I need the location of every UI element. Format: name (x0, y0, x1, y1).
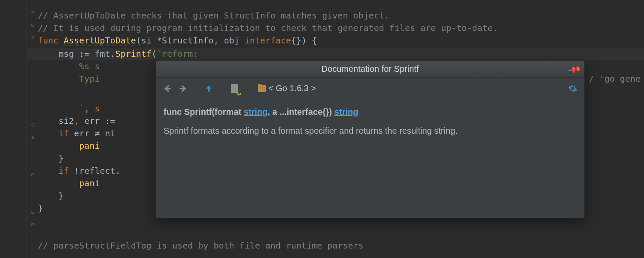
text: !reflect. (69, 166, 120, 176)
doc-popup-header: Documentation for Sprintf 📌 (156, 61, 584, 78)
code-line[interactable]: // AssertUpToDate checks that given Stru… (38, 9, 641, 22)
op: := (79, 49, 89, 59)
doc-popup-toolbar: < Go 1.6.3 > (156, 78, 584, 99)
call: pani (79, 141, 100, 151)
breadcrumb-label: < Go 1.6.3 > (268, 83, 316, 93)
text (38, 103, 79, 114)
gutter (0, 0, 27, 258)
text: err ≠ ni (69, 128, 115, 138)
edit-source-button[interactable] (228, 82, 241, 95)
comment: // parseStructFieldTag is used by both f… (38, 240, 364, 251)
back-button[interactable] (161, 82, 174, 95)
text (38, 141, 79, 151)
text (38, 178, 79, 188)
text: msg (38, 49, 79, 59)
params: (si *StructInfo (136, 35, 214, 46)
fold-marker[interactable]: ⊖ (30, 122, 36, 128)
call: Sprintf (115, 49, 152, 59)
text: } (38, 153, 64, 163)
type-link-string-return[interactable]: string (334, 107, 358, 117)
fold-marker[interactable]: ⊖ (30, 35, 36, 41)
string: `reform: (157, 49, 198, 59)
function-name: AssertUpToDate (64, 35, 136, 46)
text (38, 166, 58, 176)
edit-icon (231, 84, 238, 93)
code-line[interactable]: // It is used during program initializat… (38, 22, 641, 34)
fold-marker[interactable]: ⊟ (30, 209, 36, 215)
fold-marker[interactable]: ⊖ (30, 135, 36, 141)
string: Typi (38, 74, 100, 84)
library-icon (258, 85, 266, 92)
sep: , s (84, 103, 100, 114)
comment: / 'go gene (589, 74, 641, 84)
doc-description: Sprintf formats according to a format sp… (164, 124, 577, 137)
text: } (38, 203, 43, 213)
string: ` (79, 103, 84, 114)
sig-text: , a ...interface{}) (267, 107, 334, 117)
code-line-tail: / 'go gene (589, 73, 641, 85)
fold-marker[interactable]: ⊟ (30, 222, 36, 228)
text: } (38, 190, 64, 201)
forward-button[interactable] (176, 82, 189, 95)
op: := (105, 116, 115, 126)
pin-icon[interactable]: 📌 (567, 62, 582, 77)
up-button[interactable] (202, 82, 215, 95)
doc-popup-body: func Sprintf(format string, a ...interfa… (156, 99, 584, 143)
code-line[interactable]: // parseStructFieldTag is used by both f… (38, 240, 641, 252)
code-line[interactable]: func AssertUpToDate(si *StructInfo, obj … (38, 34, 641, 47)
text: si2 (38, 116, 74, 126)
doc-popup-title: Documentation for Sprintf (322, 64, 419, 74)
sig-text: func Sprintf(format (164, 107, 244, 117)
text (38, 61, 79, 71)
fold-marker[interactable]: ⊖ (30, 10, 36, 16)
sep: , (213, 35, 219, 46)
comment: // AssertUpToDate checks that given Stru… (38, 10, 389, 21)
keyword: func (38, 35, 58, 46)
string: %s s (79, 61, 100, 71)
text (38, 128, 58, 138)
settings-button[interactable] (566, 82, 579, 95)
breadcrumb[interactable]: < Go 1.6.3 > (258, 83, 316, 93)
text: err (79, 116, 105, 126)
keyword: if (58, 166, 69, 176)
sep: , (74, 116, 79, 126)
doc-signature: func Sprintf(format string, a ...interfa… (164, 105, 577, 118)
text: ( (152, 49, 157, 59)
code-line[interactable]: msg := fmt.Sprintf(`reform: (38, 48, 641, 60)
params: obj (219, 35, 244, 46)
type-link-string[interactable]: string (244, 107, 268, 117)
fold-marker[interactable]: ⊟ (30, 172, 36, 178)
documentation-popup[interactable]: Documentation for Sprintf 📌 < Go 1.6.3 >… (155, 60, 585, 218)
comment: // It is used during program initializat… (38, 23, 498, 33)
text: fmt. (89, 49, 115, 59)
call: pani (79, 178, 100, 188)
keyword: if (58, 128, 69, 138)
fold-marker[interactable]: ⊟ (30, 22, 36, 28)
params: {}) { (291, 35, 317, 46)
keyword: interface (245, 35, 291, 46)
